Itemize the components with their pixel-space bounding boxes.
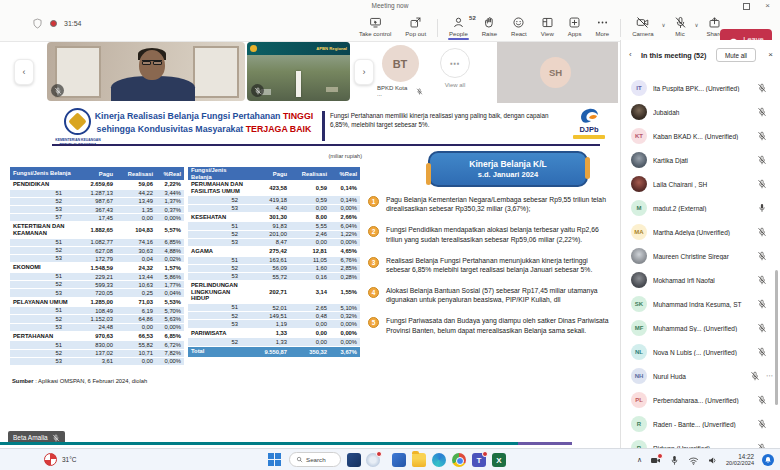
mic-muted-icon [757,227,767,237]
people-active-indicator [448,38,469,41]
file-explorer-icon[interactable] [412,453,426,467]
table-row: 51 108,49 6,19 5,70% [10,307,184,315]
camera-button[interactable]: Camera [625,14,660,38]
take-control-button[interactable]: Take control [352,14,398,38]
participant-tile-bt[interactable]: BT BPKD Kota ... [377,45,423,97]
mic-on-icon [757,203,767,213]
react-button[interactable]: React [504,14,534,38]
participant-row[interactable]: Laila Chairani , SH [621,172,780,196]
mic-muted-icon [416,88,423,95]
slide-title: Kinerja Realisasi Belanja Fungsi Pertaha… [88,110,320,136]
mic-muted-icon [757,155,767,165]
mic-dropdown-chevron[interactable]: ∨ [695,22,699,28]
participant-row[interactable]: KT Kaban BKAD K... (Unverified) [621,124,780,148]
table-row: 57 17,45 0,00 0,00% [10,214,184,222]
more-dots-icon [596,16,609,29]
participant-row[interactable]: MF Muhammad Sy... (Unverified) [621,316,780,340]
camera-dropdown-chevron[interactable]: ∨ [661,22,665,28]
participant-row[interactable]: Mokhamad Irfi Naofal [621,268,780,292]
avatar: R [631,440,647,448]
weather-icon [44,453,57,466]
table-row: 52 627,08 30,63 4,88% [10,247,184,255]
mic-muted-icon [757,299,767,309]
view-all-button[interactable]: ⋯ View all [432,48,478,88]
close-window-button[interactable]: × [765,1,770,10]
participant-row[interactable]: Jubaidah [621,100,780,124]
windows-start-button[interactable] [268,453,281,466]
participant-row[interactable]: R Ridwan (Unverified) [621,436,780,448]
back-icon[interactable]: ‹ [629,50,632,59]
header-note: Fungsi Pertahanan memiliki kinerja reali… [330,112,562,130]
taskbar-app-icon[interactable] [392,453,406,467]
table-row: 52 1,33 0,00 0,00% [188,338,360,346]
table-row: PARIWISATA 1,33 0,00 0,00% [188,329,360,339]
participant-row[interactable]: R Raden - Bante... (Unverified) [621,412,780,436]
participant-row[interactable]: IT Ita Puspita BPK... (Unverified) [621,76,780,100]
more-participants-icon: ⋯ [440,48,470,78]
taskbar-clock[interactable]: 14:22 20/02/2024 [726,453,754,468]
apps-button[interactable]: Apps [561,14,589,38]
participant-row[interactable]: NH Nurul Huda ⋯ [621,364,780,388]
tray-expand-icon[interactable]: ∧ [637,456,642,464]
slide-footer-bar-teal [0,442,518,445]
notification-badge [482,451,488,457]
unit-label: (miliar rupiah) [262,153,362,159]
point-number-badge: 1 [368,196,379,207]
pop-out-button[interactable]: Pop out [398,14,433,38]
edge-browser-icon[interactable] [432,453,446,467]
avatar: M [631,200,647,216]
participant-tile-sh[interactable]: SH [497,42,618,103]
raise-hand-button[interactable]: Raise [475,14,504,38]
chrome-browser-icon[interactable] [452,453,466,467]
participant-row[interactable]: PL Perbendaharaa... (Unverified) [621,388,780,412]
restore-button[interactable] [743,3,750,10]
taskbar-app-icon[interactable] [366,453,380,467]
recording-badge [657,453,663,459]
participant-row[interactable]: MA Martha Adelya (Unverified) [621,220,780,244]
table-row: 51 1.287,13 44,22 3,44% [10,190,184,198]
taskbar-search[interactable]: Search [289,452,341,467]
notification-center-icon[interactable] [762,454,774,466]
participants-panel: ‹ In this meeting (52) Mute all × IT Ita… [620,40,780,448]
background-window [193,46,239,98]
taskbar-weather-widget[interactable]: 31°C [44,453,77,466]
more-button[interactable]: More [588,14,616,38]
mic-button[interactable]: Mic [667,14,694,38]
participant-row[interactable]: Kartika Djati [621,148,780,172]
point-text: Fungsi Pendidikan mendapatkan alokasi be… [386,225,612,243]
source-note: Sumber : Aplikasi OMSPAN, 6 Februari 202… [12,378,147,384]
excel-app-icon[interactable]: X [492,453,506,467]
people-button[interactable]: 52 People [442,14,475,38]
participant-row[interactable]: SK Muhammad Indra Kesuma, ST [621,292,780,316]
carousel-left-button[interactable]: ‹ [14,59,34,85]
close-panel-icon[interactable]: × [768,50,773,59]
carousel-right-button[interactable]: › [354,59,374,85]
panel-scrollbar[interactable] [775,270,778,405]
tray-mic-icon[interactable] [669,455,680,466]
taskbar-app-icon[interactable] [347,453,361,467]
window-title: Meeting now [0,2,780,9]
view-button[interactable]: View [534,14,561,38]
avatar: SK [631,296,647,312]
table-header-row: Fungsi/Jenis Belanja Pagu Realisasi %Rea… [188,167,360,180]
participant-more-icon[interactable]: ⋯ [766,372,773,380]
participant-name: Perbendaharaa... (Unverified) [653,397,751,404]
participant-row[interactable]: Maureen Christine Siregar [621,244,780,268]
participant-row[interactable]: M madut.2 (External) [621,196,780,220]
webcam-video-tile[interactable] [47,42,245,101]
budget-table-right: Fungsi/Jenis Belanja Pagu Realisasi %Rea… [188,167,360,358]
kemenkeu-org-text: KEMENTERIAN KEUANGAN REPUBLIK INDONESIA [30,138,126,148]
share-screen-icon [708,16,721,29]
raised-hand-icon [483,16,496,29]
point-number-badge: 4 [368,287,379,298]
shared-slide-video-tile[interactable]: APBN Regional [247,42,350,101]
speaker-icon[interactable] [707,455,718,466]
teams-app-icon[interactable]: T [472,453,486,467]
tray-camera-icon[interactable] [650,455,661,466]
mute-all-button[interactable]: Mute all [716,48,756,62]
camera-off-icon [636,16,649,29]
avatar: MF [631,320,647,336]
wifi-icon[interactable] [688,455,699,466]
participant-row[interactable]: NL Nova N Lubis (... (Unverified) [621,340,780,364]
toolbar-divider [437,19,438,37]
